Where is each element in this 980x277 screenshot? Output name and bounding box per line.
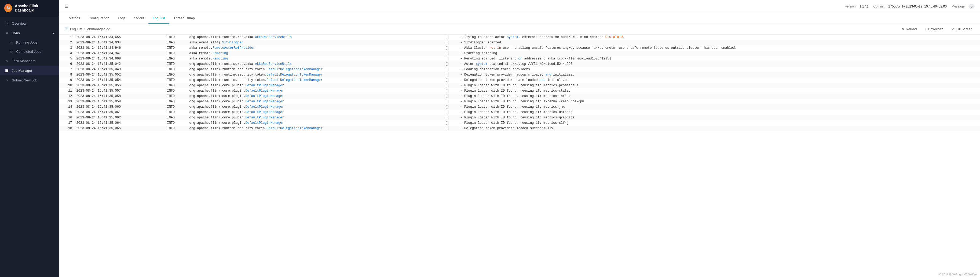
log-bracket: [] (443, 120, 458, 126)
tab-logs[interactable]: Logs (113, 13, 130, 24)
commit-info: Commit: 2750d5c @ 2023-05-19T10:45:46+02… (873, 5, 947, 8)
log-bracket: [] (443, 115, 458, 120)
sidebar-item-jobs[interactable]: ≡ Jobs ▲ (0, 28, 59, 38)
log-timestamp: 2023-08-24 15:41:35,057 (74, 88, 165, 93)
log-bracket: [] (443, 61, 458, 67)
line-number: 1 (59, 35, 74, 40)
tab-log-list[interactable]: Log List (148, 13, 169, 24)
sidebar-item-label: Job Manager (12, 68, 32, 73)
sidebar-item-label: Task Managers (12, 59, 35, 63)
breadcrumb: 📄 Log List / jobmanager.log (64, 27, 110, 31)
log-level: INFO (165, 120, 187, 126)
log-timestamp: 2023-08-24 15:41:35,042 (74, 61, 165, 67)
sidebar-item-completed-jobs[interactable]: ○ Completed Jobs (0, 47, 59, 56)
log-message: – Trying to start actor system, external… (458, 35, 980, 40)
log-level: INFO (165, 67, 187, 72)
log-class: org.apache.flink.core.plugin.DefaultPlug… (187, 115, 443, 120)
log-class: akka.remote.RemoteActorRefProvider (187, 45, 443, 51)
log-timestamp: 2023-08-24 15:41:35,059 (74, 99, 165, 104)
log-level: INFO (165, 78, 187, 83)
log-bracket: [] (443, 40, 458, 45)
log-class: akka.remote.Remoting (187, 51, 443, 56)
log-level: INFO (165, 115, 187, 120)
sidebar-item-job-manager[interactable]: ▣ Job Manager (0, 66, 59, 75)
sidebar-item-label: Jobs (12, 31, 20, 35)
top-bar: ☰ Version: 1.17.1 Commit: 2750d5c @ 2023… (59, 0, 980, 13)
log-timestamp: 2023-08-24 15:41:35,060 (74, 104, 165, 109)
log-timestamp: 2023-08-24 15:41:35,054 (74, 78, 165, 83)
line-number: 2 (59, 40, 74, 45)
download-icon: ↓ (925, 27, 927, 31)
line-number: 9 (59, 78, 74, 83)
table-row: 4 2023-08-24 15:41:34,947 INFO akka.remo… (59, 51, 980, 56)
log-content[interactable]: 1 2023-08-24 15:41:34,655 INFO org.apach… (59, 35, 980, 277)
tab-stdout[interactable]: Stdout (130, 13, 148, 24)
log-timestamp: 2023-08-24 15:41:34,946 (74, 45, 165, 51)
top-bar-left: ☰ (64, 4, 68, 9)
reload-button[interactable]: ↻ Reload (899, 26, 919, 32)
line-number: 17 (59, 120, 74, 126)
log-timestamp: 2023-08-24 15:41:35,064 (74, 120, 165, 126)
log-bracket: [] (443, 56, 458, 61)
log-bracket: [] (443, 109, 458, 115)
log-timestamp: 2023-08-24 15:41:35,061 (74, 109, 165, 115)
version-label: Version: (845, 5, 856, 8)
sidebar-item-submit-new-job[interactable]: ○ Submit New Job (0, 75, 59, 85)
fullscreen-icon: ⤢ (951, 27, 955, 31)
line-number: 4 (59, 51, 74, 56)
line-number: 7 (59, 67, 74, 72)
log-message: – Delegation token provider hadoopfs loa… (458, 72, 980, 78)
breadcrumb-log-list[interactable]: Log List (70, 27, 83, 31)
log-class: org.apache.flink.runtime.security.token.… (187, 72, 443, 78)
log-class: org.apache.flink.runtime.security.token.… (187, 78, 443, 83)
log-level: INFO (165, 51, 187, 56)
tab-configuration[interactable]: Configuration (84, 13, 113, 24)
table-row: 9 2023-08-24 15:41:35,054 INFO org.apach… (59, 78, 980, 83)
sidebar-item-label: Completed Jobs (16, 49, 41, 54)
footer-note: CSDN @GkGuguo/X.Seil8m (939, 273, 977, 276)
log-timestamp: 2023-08-24 15:41:34,947 (74, 51, 165, 56)
log-timestamp: 2023-08-24 15:41:34,655 (74, 35, 165, 40)
hamburger-menu[interactable]: ☰ (64, 4, 68, 9)
log-level: INFO (165, 40, 187, 45)
log-message: – Plugin loader with ID found, reusing i… (458, 93, 980, 99)
log-level: INFO (165, 83, 187, 88)
sidebar-item-label: Overview (12, 21, 26, 25)
log-class: org.apache.flink.core.plugin.DefaultPlug… (187, 109, 443, 115)
log-class: akka.event.slf4j.Slf4jLogger (187, 40, 443, 45)
sidebar-item-overview[interactable]: ○ Overview (0, 19, 59, 28)
log-level: INFO (165, 126, 187, 131)
log-message: – Plugin loader with ID found, reusing i… (458, 88, 980, 93)
tab-thread-dump[interactable]: Thread Dump (169, 13, 199, 24)
log-message: – Plugin loader with ID found, reusing i… (458, 99, 980, 104)
table-row: 13 2023-08-24 15:41:35,059 INFO org.apac… (59, 99, 980, 104)
sidebar-item-running-jobs[interactable]: ○ Running Jobs (0, 38, 59, 47)
log-message: – Actor system started at akka.tcp://fli… (458, 61, 980, 67)
tab-metrics[interactable]: Metrics (64, 13, 84, 24)
app-logo: 🐿 (4, 4, 12, 12)
log-message: – Slf4jLogger started (458, 40, 980, 45)
table-row: 1 2023-08-24 15:41:34,655 INFO org.apach… (59, 35, 980, 40)
sidebar-item-task-managers[interactable]: ○ Task Managers (0, 56, 59, 66)
table-row: 16 2023-08-24 15:41:35,062 INFO org.apac… (59, 115, 980, 120)
log-class: org.apache.flink.core.plugin.DefaultPlug… (187, 104, 443, 109)
line-number: 13 (59, 99, 74, 104)
table-row: 5 2023-08-24 15:41:34,998 INFO akka.remo… (59, 56, 980, 61)
table-row: 15 2023-08-24 15:41:35,061 INFO org.apac… (59, 109, 980, 115)
log-bracket: [] (443, 104, 458, 109)
log-level: INFO (165, 45, 187, 51)
jobs-icon: ≡ (4, 31, 9, 35)
log-class: org.apache.flink.core.plugin.DefaultPlug… (187, 88, 443, 93)
log-timestamp: 2023-08-24 15:41:35,058 (74, 93, 165, 99)
breadcrumb-bar: 📄 Log List / jobmanager.log ↻ Reload ↓ D… (59, 24, 980, 35)
line-number: 14 (59, 104, 74, 109)
table-row: 3 2023-08-24 15:41:34,946 INFO akka.remo… (59, 45, 980, 51)
log-message: – Plugin loader with ID found, reusing i… (458, 104, 980, 109)
log-message: – Plugin loader with ID found, reusing i… (458, 115, 980, 120)
log-level: INFO (165, 56, 187, 61)
download-button[interactable]: ↓ Download (923, 26, 946, 32)
sidebar-nav: ○ Overview ≡ Jobs ▲ ○ Running Jobs ○ Com… (0, 16, 59, 277)
fullscreen-button[interactable]: ⤢ FullScreen (950, 26, 975, 32)
sidebar: 🐿 Apache Flink Dashboard ○ Overview ≡ Jo… (0, 0, 59, 277)
log-message: – Plugin loader with ID found, reusing i… (458, 109, 980, 115)
